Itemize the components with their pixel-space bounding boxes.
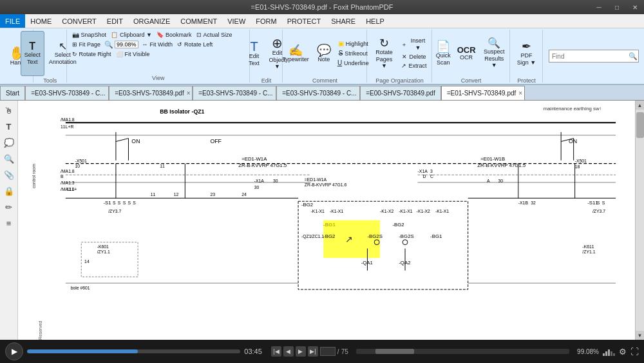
select-text-label: SelectText — [24, 52, 41, 66]
svg-text:10: 10 — [75, 164, 80, 168]
svg-text:-BG2: -BG2 — [393, 222, 404, 228]
scroll-up-arrow[interactable]: ▲ — [636, 101, 645, 110]
menu-home[interactable]: HOME — [25, 14, 57, 28]
search-input[interactable] — [549, 50, 639, 63]
page-next-button[interactable]: ▶ — [296, 346, 306, 357]
svg-text:control room: control room — [32, 164, 36, 188]
vertical-scrollbar[interactable]: ▲ ▼ — [635, 101, 644, 340]
tab-start[interactable]: Start — [0, 86, 25, 100]
volume-indicator — [603, 347, 615, 356]
tab-e00[interactable]: =E00-SHVS-703849.pdf — [360, 86, 441, 100]
rotate-pages-button[interactable]: ↻ RotatePages ▼ — [370, 31, 398, 76]
fit-width-button[interactable]: ↔ Fit Width — [140, 41, 175, 49]
tab-e03-pdf[interactable]: =E03-SHVS-703849.pdf × — [109, 86, 193, 100]
sidebar-edit-icon[interactable]: ✏ — [2, 200, 16, 214]
rotate-left-button[interactable]: ↺ Rotate Left — [175, 41, 214, 49]
sidebar-cursor-icon[interactable]: 🖱 — [2, 103, 16, 117]
svg-text:OFF: OFF — [210, 138, 222, 144]
fit-page-button[interactable]: ⊞ Fit Page — [70, 41, 103, 49]
fit-visible-button[interactable]: ⬜ Fit Visible — [114, 50, 152, 59]
protect-group-label: Protect — [517, 76, 536, 84]
menu-protect[interactable]: PROTECT — [282, 14, 327, 28]
fullscreen-button[interactable]: ⛶ — [630, 347, 639, 357]
menu-file[interactable]: FILE — [0, 14, 25, 28]
svg-text:B: B — [61, 174, 64, 179]
close-button[interactable]: ✕ — [626, 0, 644, 14]
bookmark-button[interactable]: 🔖 Bookmark — [155, 31, 194, 39]
select-annotation-icon: ↖ — [59, 41, 67, 52]
sidebar-attachment-icon[interactable]: 📎 — [2, 168, 16, 182]
edit-text-button[interactable]: T EditText — [244, 31, 265, 76]
quick-scan-button[interactable]: 📄 QuickScan — [433, 31, 453, 76]
menu-organize[interactable]: ORGANIZE — [128, 14, 175, 28]
tab-e03-1[interactable]: =E03-SHVS-703849 - C... — [25, 86, 109, 100]
select-text-button[interactable]: T SelectText — [21, 31, 44, 76]
pdf-area[interactable]: control room Switchgear Ltd., SH 2002 Al… — [18, 101, 644, 340]
scroll-down-arrow[interactable]: ▼ — [636, 331, 645, 340]
sidebar-text-icon[interactable]: T — [2, 119, 16, 133]
delete-icon: ✕ — [402, 54, 407, 61]
svg-text:11: 11 — [151, 192, 156, 197]
note-button[interactable]: 💬 Note — [314, 31, 334, 76]
snapshot-label: SnapShot — [81, 32, 107, 39]
svg-text:/MA1.8: /MA1.8 — [61, 169, 75, 173]
pdf-sign-button[interactable]: ✒ PDFSign ▼ — [514, 31, 539, 76]
typewriter-button[interactable]: ✍ Typewriter — [279, 31, 312, 76]
svg-text:-BG2S: -BG2S — [367, 233, 382, 239]
snapshot-button[interactable]: 📷 SnapShot — [70, 31, 109, 39]
underline-button[interactable]: U Underline — [336, 59, 371, 68]
hscroll-thumb[interactable] — [375, 349, 414, 354]
settings-button[interactable]: ⚙ — [619, 347, 627, 357]
actual-size-label: Actual Size — [204, 32, 232, 39]
page-first-button[interactable]: |◀ — [271, 346, 281, 357]
strikeout-button[interactable]: S Strikeout — [336, 49, 371, 58]
note-label: Note — [317, 56, 330, 63]
sidebar-lock-icon[interactable]: 🔒 — [2, 184, 16, 198]
menu-view[interactable]: VIEW — [222, 14, 251, 28]
tab-e03-2[interactable]: =E03-SHVS-703849 - C... — [193, 86, 276, 100]
page-prev-button[interactable]: ◀ — [283, 346, 294, 357]
play-button[interactable]: ▶ — [5, 342, 23, 360]
extract-label: Extract — [408, 63, 426, 70]
extract-button[interactable]: ↗ Extract — [399, 62, 429, 70]
menu-comment[interactable]: COMMENT — [175, 14, 222, 28]
menu-share[interactable]: SHARE — [326, 14, 361, 28]
svg-text:-K1-X1: -K1-X1 — [399, 209, 412, 213]
sidebar-cloud-icon[interactable]: 💭 — [2, 135, 16, 150]
ribbon-group-pageorg: ↻ RotatePages ▼ ＋ Insert ▼ ✕ Delete ↗ Ex… — [368, 30, 432, 83]
search-icon[interactable]: 🔍 — [629, 52, 638, 61]
zoom-value[interactable]: 99.08% — [115, 41, 138, 48]
sidebar-search-icon[interactable]: 🔍 — [2, 152, 16, 166]
page-last-button[interactable]: ▶| — [308, 346, 318, 357]
menu-form[interactable]: FORM — [251, 14, 281, 28]
zoom-display: 99.08% — [577, 348, 599, 355]
horizontal-scrollbar[interactable] — [356, 349, 569, 354]
sidebar-menu-icon[interactable]: ≡ — [2, 216, 16, 230]
close-tab-e01[interactable]: × — [518, 90, 522, 97]
menu-edit[interactable]: EDIT — [102, 14, 128, 28]
menu-convert[interactable]: CONVERT — [57, 14, 102, 28]
svg-text:ZR-B-KVVRP 47G1.5: ZR-B-KVVRP 47G1.5 — [477, 162, 526, 168]
maximize-button[interactable]: □ — [608, 0, 626, 14]
menu-help[interactable]: HELP — [361, 14, 390, 28]
tab-e01[interactable]: =E01-SHVS-703849.pdf × — [441, 86, 525, 100]
close-tab-e03-pdf[interactable]: × — [187, 90, 191, 97]
page-number-input[interactable]: 17 — [320, 347, 336, 356]
progress-bar-container[interactable] — [27, 349, 240, 353]
insert-button[interactable]: ＋ Insert ▼ — [399, 37, 429, 52]
text-markup-group: ▣ Highlight S Strikeout U Underline — [336, 39, 371, 68]
page-nav: |◀ ◀ ▶ ▶| 17 / 75 — [271, 346, 348, 357]
pdf-sign-label: PDFSign ▼ — [517, 52, 536, 66]
delete-button[interactable]: ✕ Delete — [399, 53, 429, 61]
svg-text:=E01-W1B: =E01-W1B — [480, 156, 505, 162]
suspect-results-button[interactable]: 🔍 SuspectResults ▼ — [479, 31, 509, 76]
scroll-thumb[interactable] — [636, 112, 644, 138]
minimize-button[interactable]: ─ — [590, 0, 608, 14]
ocr-button[interactable]: OCR OCR — [455, 31, 478, 76]
tab-e03-3[interactable]: =E03-SHVS-703849 - C... — [276, 86, 360, 100]
actual-size-button[interactable]: ⊡ Actual Size — [194, 31, 234, 39]
svg-text:32: 32 — [531, 201, 536, 205]
clipboard-button[interactable]: 📋 Clipboard ▼ — [109, 31, 154, 39]
rotate-right-button[interactable]: ↻ Rotate Right — [70, 50, 113, 59]
highlight-button[interactable]: ▣ Highlight — [336, 39, 371, 48]
